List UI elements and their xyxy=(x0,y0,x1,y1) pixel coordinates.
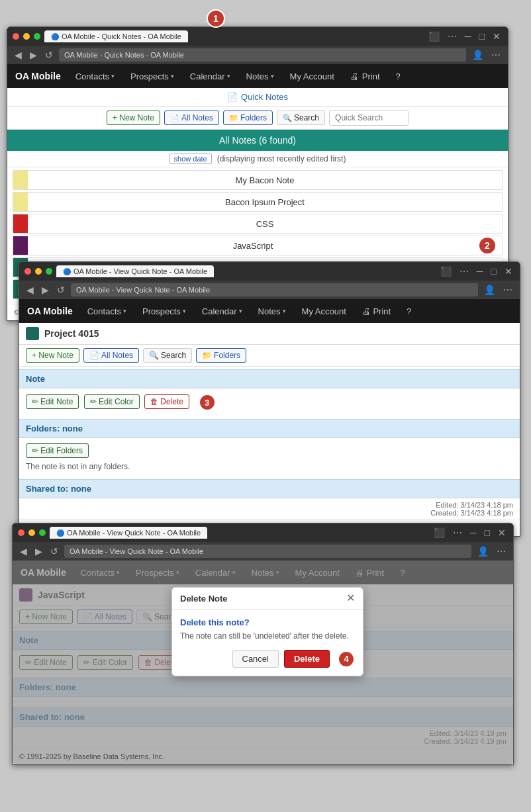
edit-color-btn-2[interactable]: ✏ Edit Color xyxy=(84,394,140,409)
contacts-arrow-2: ▾ xyxy=(123,308,126,314)
toolbar-1: + New Note 📄 All Notes 📁 Folders 🔍 Searc… xyxy=(7,107,508,130)
color-icon-2: ✏ xyxy=(90,397,97,406)
cancel-btn[interactable]: Cancel xyxy=(232,650,279,668)
winclose-btn-2[interactable]: ✕ xyxy=(503,266,514,277)
edit-note-btn-2[interactable]: ✏ Edit Note xyxy=(26,394,79,409)
page-title-1: Quick Notes xyxy=(241,92,288,102)
nav-prospects-1[interactable]: Prospects ▾ xyxy=(124,69,181,84)
min-btn-2[interactable] xyxy=(35,268,42,275)
nav-account-1[interactable]: My Account xyxy=(283,69,341,84)
nav-calendar-2[interactable]: Calendar ▾ xyxy=(195,304,249,319)
minimize-btn-1[interactable]: ─ xyxy=(463,31,473,42)
nav-notes-1[interactable]: Notes ▾ xyxy=(240,69,281,84)
search-btn-1[interactable]: 🔍 Search xyxy=(277,111,325,125)
profile-btn-3[interactable]: 👤 xyxy=(475,546,491,557)
note-row-2[interactable]: CSS xyxy=(13,214,503,234)
url-input-1[interactable] xyxy=(59,48,466,62)
timestamps-2: Edited: 3/14/23 4:18 pm Created: 3/14/23… xyxy=(19,498,520,519)
app-content-2: Project 4015 OA Mobile Contacts ▾ Prospe… xyxy=(19,299,520,536)
nav-account-2[interactable]: My Account xyxy=(295,304,353,319)
min-btn-1[interactable] xyxy=(23,33,30,40)
nav-notes-2[interactable]: Notes ▾ xyxy=(252,304,293,319)
ext-btn-3[interactable]: ⋯ xyxy=(495,546,508,557)
note-color-0 xyxy=(13,171,28,189)
nav-contacts-1[interactable]: Contacts ▾ xyxy=(69,69,121,84)
prospects-arrow: ▾ xyxy=(171,73,174,79)
cast-btn-2[interactable]: ⬛ xyxy=(438,266,454,277)
cast-btn-3[interactable]: ⬛ xyxy=(432,527,447,538)
back-btn-3[interactable]: ◀ xyxy=(18,546,29,557)
edit-folders-btn-2[interactable]: ✏ Edit Folders xyxy=(26,443,89,458)
back-btn-2[interactable]: ◀ xyxy=(24,285,36,295)
dialog-header: Delete Note ✕ xyxy=(172,588,363,609)
all-notes-btn-2[interactable]: 📄 All Notes xyxy=(83,348,139,363)
forward-btn-1[interactable]: ▶ xyxy=(28,50,39,60)
restore-btn-2[interactable]: □ xyxy=(489,266,499,277)
folders-btn-2[interactable]: 📁 Folders xyxy=(196,348,246,363)
note-row-3[interactable]: JavaScript 2 xyxy=(13,236,503,255)
more-btn-3[interactable]: ⋯ xyxy=(451,527,464,538)
url-input-3[interactable] xyxy=(64,545,471,558)
nav-calendar-1[interactable]: Calendar ▾ xyxy=(183,69,237,84)
all-notes-btn-1[interactable]: 📄 All Notes xyxy=(164,111,219,125)
nav-help-1[interactable]: ? xyxy=(389,69,407,84)
active-tab-1[interactable]: 🔵 OA Mobile - Quick Notes - OA Mobile xyxy=(44,30,188,42)
new-note-btn-1[interactable]: + New Note xyxy=(107,111,160,125)
close-btn-2[interactable] xyxy=(24,268,31,275)
search-btn-2[interactable]: 🔍 Search xyxy=(143,348,192,363)
nav-prospects-2[interactable]: Prospects ▾ xyxy=(136,304,193,319)
nav-print-1[interactable]: 🖨 Print xyxy=(344,69,387,84)
url-input-2[interactable] xyxy=(71,283,478,296)
max-btn-3[interactable] xyxy=(39,529,46,536)
new-note-btn-2[interactable]: + New Note xyxy=(26,348,79,363)
note-view-title-2: Project 4015 xyxy=(44,328,99,339)
more-btn-2[interactable]: ⋯ xyxy=(458,266,471,277)
close-btn-1[interactable] xyxy=(13,33,19,40)
dialog-description: The note can still be 'undeleted' after … xyxy=(180,631,355,641)
close-btn-3[interactable] xyxy=(18,529,24,536)
nav-contacts-2[interactable]: Contacts ▾ xyxy=(81,304,133,319)
min-btn-3[interactable] xyxy=(28,529,35,536)
winclose-btn-1[interactable]: ✕ xyxy=(491,31,503,42)
restore-btn-3[interactable]: □ xyxy=(483,527,492,538)
profile-btn-2[interactable]: 👤 xyxy=(482,285,497,295)
minimize-btn-3[interactable]: ─ xyxy=(468,527,479,538)
max-btn-2[interactable] xyxy=(46,268,52,275)
step-1-badge: 1 xyxy=(207,9,225,28)
no-folder-msg-2: The note is not in any folders. xyxy=(26,462,513,471)
dialog-body: Delete this note? The note can still be … xyxy=(172,609,363,676)
note-color-3 xyxy=(13,236,28,255)
reload-btn-3[interactable]: ↺ xyxy=(48,546,60,557)
active-tab-2[interactable]: 🔵 OA Mobile - View Quick Note - OA Mobil… xyxy=(56,265,214,277)
note-row-0[interactable]: My Bacon Note xyxy=(13,170,503,190)
reload-btn-2[interactable]: ↺ xyxy=(55,285,67,295)
max-btn-1[interactable] xyxy=(34,33,40,40)
delete-btn-2[interactable]: 🗑 Delete xyxy=(144,394,189,409)
forward-btn-3[interactable]: ▶ xyxy=(33,546,44,557)
cast-btn-1[interactable]: ⬛ xyxy=(426,31,442,42)
ext-btn-2[interactable]: ⋯ xyxy=(501,285,514,295)
dialog-close-btn[interactable]: ✕ xyxy=(346,593,355,604)
calendar-arrow-2: ▾ xyxy=(239,308,242,314)
forward-btn-2[interactable]: ▶ xyxy=(40,285,51,295)
folders-btn-1[interactable]: 📁 Folders xyxy=(223,111,273,125)
minimize-btn-2[interactable]: ─ xyxy=(475,266,485,277)
winclose-btn-3[interactable]: ✕ xyxy=(496,527,508,538)
addrbar-2: ◀ ▶ ↺ 👤 ⋯ xyxy=(19,281,520,299)
profile-btn-1[interactable]: 👤 xyxy=(470,50,485,60)
confirm-delete-btn[interactable]: Delete xyxy=(284,650,330,668)
show-date-link[interactable]: show date xyxy=(169,154,212,164)
active-tab-3[interactable]: 🔵 OA Mobile - View Quick Note - OA Mobil… xyxy=(50,527,207,539)
ext-btn-1[interactable]: ⋯ xyxy=(489,50,503,60)
back-btn-1[interactable]: ◀ xyxy=(13,50,24,60)
navbar-1: OA Mobile Contacts ▾ Prospects ▾ Calenda… xyxy=(7,64,508,88)
all-notes-header-1: All Notes (6 found) xyxy=(7,130,508,151)
nav-print-2[interactable]: 🖨 Print xyxy=(356,304,397,319)
section-content-folders-2: ✏ Edit Folders The note is not in any fo… xyxy=(19,438,520,476)
quick-search-input-1[interactable] xyxy=(329,110,409,126)
more-btn-1[interactable]: ⋯ xyxy=(446,31,459,42)
note-row-1[interactable]: Bacon Ipsum Project xyxy=(13,192,503,212)
restore-btn-1[interactable]: □ xyxy=(477,31,487,42)
nav-help-2[interactable]: ? xyxy=(400,304,418,319)
reload-btn-1[interactable]: ↺ xyxy=(43,50,55,60)
